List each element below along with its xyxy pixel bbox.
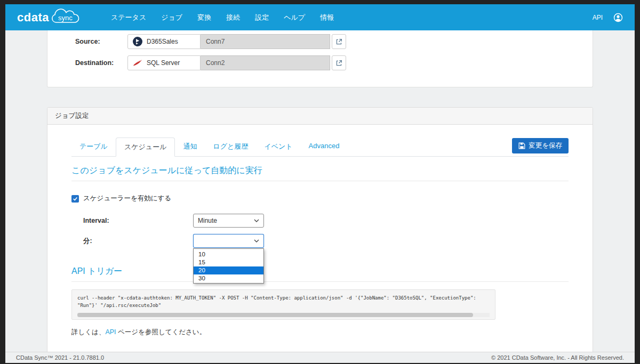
external-link-icon — [335, 60, 342, 67]
hint-suffix: ページを参照してください。 — [116, 328, 206, 336]
minute-dropdown-list: 10 15 20 30 — [193, 248, 264, 284]
nav-item-info[interactable]: 情報 — [313, 4, 341, 30]
api-hint-text: 詳しくは、API ページを参照してください。 — [71, 328, 569, 337]
minute-option-20[interactable]: 20 — [194, 266, 263, 274]
footer-copyright-text: © 2021 CData Software, Inc. - All Rights… — [491, 354, 624, 361]
source-open-button[interactable] — [332, 34, 346, 49]
save-changes-label: 変更を保存 — [529, 141, 562, 150]
minute-option-15[interactable]: 15 — [194, 258, 263, 266]
cloud-sync-logo-icon: sync — [49, 8, 83, 27]
source-label: Source: — [75, 38, 127, 45]
page-footer: CData Sync™ 2021 - 21.0.7881.0 © 2021 CD… — [5, 352, 635, 363]
top-navbar: cdata sync ステータス ジョブ 変換 接続 設定 ヘルプ 情報 API — [5, 4, 635, 30]
svg-text:sync: sync — [58, 14, 73, 22]
nav-item-transform[interactable]: 変換 — [190, 4, 219, 30]
destination-connector-name: SQL Server — [147, 59, 180, 67]
hint-prefix: 詳しくは、 — [71, 328, 105, 336]
nav-item-jobs[interactable]: ジョブ — [154, 4, 190, 30]
nav-item-settings[interactable]: 設定 — [247, 4, 276, 30]
minute-select[interactable] — [193, 234, 264, 248]
tab-tables[interactable]: テーブル — [71, 137, 116, 157]
source-connection-field: Conn7 — [201, 34, 330, 49]
enable-scheduler-checkbox[interactable] — [71, 195, 79, 203]
tab-notifications[interactable]: 通知 — [175, 137, 205, 157]
interval-row: Interval: Minute — [71, 214, 569, 228]
interval-select-value: Minute — [198, 217, 217, 224]
schedule-section-heading: このジョブをスケジュールに従って自動的に実行 — [71, 165, 569, 176]
chevron-down-icon — [254, 239, 259, 242]
logo-text: cdata — [17, 11, 49, 25]
tab-advanced[interactable]: Advanced — [301, 137, 348, 157]
minute-label: 分: — [83, 237, 193, 246]
sqlserver-icon — [133, 59, 142, 67]
tab-events[interactable]: イベント — [256, 137, 300, 157]
checkmark-icon — [73, 196, 78, 201]
d365sales-icon — [133, 37, 142, 46]
source-row: Source: D365Sales Conn7 — [75, 34, 593, 49]
minute-option-30[interactable]: 30 — [194, 274, 263, 282]
nav-item-status[interactable]: ステータス — [103, 4, 154, 30]
nav-item-help[interactable]: ヘルプ — [276, 4, 313, 30]
source-connector-name: D365Sales — [147, 38, 178, 45]
job-settings-card-title: ジョブ設定 — [47, 108, 593, 125]
interval-label: Interval: — [83, 217, 193, 224]
source-connector-select[interactable]: D365Sales — [127, 34, 201, 49]
chevron-down-icon — [254, 219, 259, 222]
destination-row: Destination: SQL Server Conn2 — [75, 55, 593, 70]
job-tabs: テーブル スケジュール 通知 ログと履歴 イベント Advanced — [71, 137, 347, 156]
cdata-sync-logo[interactable]: cdata sync — [17, 8, 83, 27]
divider — [71, 281, 569, 282]
destination-connection-field: Conn2 — [201, 55, 330, 70]
destination-label: Destination: — [75, 59, 127, 67]
destination-connector-select[interactable]: SQL Server — [127, 55, 201, 70]
job-tabbar: テーブル スケジュール 通知 ログと履歴 イベント Advanced 変更を保存 — [71, 137, 569, 157]
nav-item-connections[interactable]: 接続 — [219, 4, 247, 30]
browser-viewport: cdata sync ステータス ジョブ 変換 接続 設定 ヘルプ 情報 API — [5, 4, 635, 363]
divider — [71, 181, 569, 181]
destination-open-button[interactable] — [332, 55, 346, 70]
save-changes-button[interactable]: 変更を保存 — [512, 138, 569, 153]
tab-logs-history[interactable]: ログと履歴 — [205, 137, 256, 157]
job-settings-body: テーブル スケジュール 通知 ログと履歴 イベント Advanced 変更を保存 — [47, 125, 593, 358]
tab-schedule[interactable]: スケジュール — [116, 137, 175, 157]
connection-summary-card: Source: D365Sales Conn7 Destination: — [47, 30, 593, 87]
save-icon — [518, 142, 525, 149]
curl-command-text: curl --header "x-cdata-authtoken: MY_AUT… — [77, 294, 490, 310]
horizontal-scrollbar — [77, 313, 490, 317]
minute-option-10[interactable]: 10 — [194, 250, 263, 258]
api-link[interactable]: API — [593, 14, 603, 21]
external-link-icon — [335, 38, 342, 45]
curl-command-box: curl --header "x-cdata-authtoken: MY_AUT… — [71, 289, 495, 320]
enable-scheduler-label: スケジューラーを有効にする — [83, 194, 171, 203]
api-page-link[interactable]: API — [105, 328, 116, 336]
api-trigger-heading: API トリガー — [71, 266, 569, 277]
scrollbar-thumb[interactable] — [77, 313, 473, 317]
navbar-right: API — [593, 13, 623, 22]
interval-select[interactable]: Minute — [193, 214, 264, 228]
job-settings-card: ジョブ設定 テーブル スケジュール 通知 ログと履歴 イベント Advanced — [47, 107, 593, 359]
minute-row: 分: 10 15 20 30 — [71, 234, 569, 248]
nav-menu: ステータス ジョブ 変換 接続 設定 ヘルプ 情報 — [103, 4, 341, 30]
footer-version-text: CData Sync™ 2021 - 21.0.7881.0 — [16, 354, 104, 361]
enable-scheduler-row: スケジューラーを有効にする — [71, 194, 569, 203]
user-icon[interactable] — [613, 13, 623, 22]
